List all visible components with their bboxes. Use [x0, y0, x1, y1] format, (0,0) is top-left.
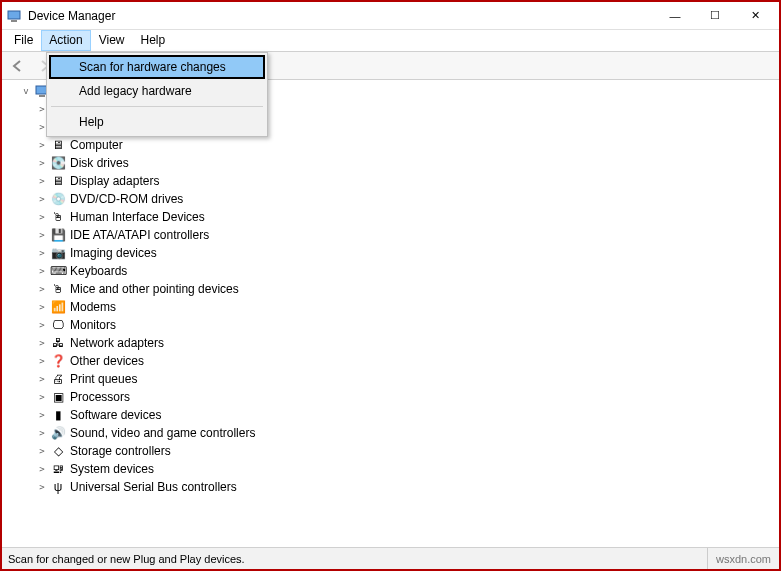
expander-icon[interactable]: >	[36, 140, 48, 150]
expander-icon[interactable]: >	[36, 338, 48, 348]
other-icon: ❓	[50, 353, 66, 369]
expander-icon[interactable]: v	[20, 86, 32, 96]
cpu-icon: ▣	[50, 389, 66, 405]
tree-node[interactable]: >◇Storage controllers	[8, 442, 773, 460]
tree-node[interactable]: >🖵Monitors	[8, 316, 773, 334]
sound-icon: 🔊	[50, 425, 66, 441]
tree-node[interactable]: >🖨Print queues	[8, 370, 773, 388]
expander-icon[interactable]: >	[36, 392, 48, 402]
tree-node[interactable]: >💽Disk drives	[8, 154, 773, 172]
window-title: Device Manager	[28, 9, 115, 23]
expander-icon[interactable]: >	[36, 266, 48, 276]
dvd-icon: 💿	[50, 191, 66, 207]
print-icon: 🖨	[50, 371, 66, 387]
monitor-icon: 🖵	[50, 317, 66, 333]
menu-view[interactable]: View	[91, 30, 133, 51]
expander-icon[interactable]: >	[36, 194, 48, 204]
expander-icon[interactable]: >	[36, 176, 48, 186]
expander-icon[interactable]: >	[36, 410, 48, 420]
expander-icon[interactable]: >	[36, 230, 48, 240]
tree-node-label: Mice and other pointing devices	[70, 282, 239, 296]
tree-node-label: Computer	[70, 138, 123, 152]
tree-node-label: Imaging devices	[70, 246, 157, 260]
tree-node[interactable]: >❓Other devices	[8, 352, 773, 370]
menu-add-legacy[interactable]: Add legacy hardware	[49, 79, 265, 103]
expander-icon[interactable]: >	[36, 356, 48, 366]
hid-icon: 🖱	[50, 209, 66, 225]
tree-node-label: Software devices	[70, 408, 161, 422]
tree-node[interactable]: >ψUniversal Serial Bus controllers	[8, 478, 773, 496]
tree-node-label: Disk drives	[70, 156, 129, 170]
tree-node-label: IDE ATA/ATAPI controllers	[70, 228, 209, 242]
tree-node-label: DVD/CD-ROM drives	[70, 192, 183, 206]
storage-icon: ◇	[50, 443, 66, 459]
minimize-button[interactable]: —	[655, 2, 695, 30]
tree-node[interactable]: >💿DVD/CD-ROM drives	[8, 190, 773, 208]
close-button[interactable]: ✕	[735, 2, 775, 30]
tree-node[interactable]: >⌨Keyboards	[8, 262, 773, 280]
modem-icon: 📶	[50, 299, 66, 315]
usb-icon: ψ	[50, 479, 66, 495]
device-tree[interactable]: v >🔋Batteries>ᛒBluetooth>🖥Computer>💽Disk…	[8, 82, 773, 541]
expander-icon[interactable]: >	[36, 428, 48, 438]
expander-icon[interactable]: >	[36, 302, 48, 312]
tree-node-label: System devices	[70, 462, 154, 476]
titlebar: Device Manager — ☐ ✕	[2, 2, 779, 30]
tree-node-label: Sound, video and game controllers	[70, 426, 255, 440]
tree-node[interactable]: >🖳System devices	[8, 460, 773, 478]
computer-icon: 🖥	[50, 137, 66, 153]
menu-separator	[51, 106, 263, 107]
tree-node-label: Print queues	[70, 372, 137, 386]
tree-node-label: Other devices	[70, 354, 144, 368]
app-icon	[6, 8, 22, 24]
expander-icon[interactable]: >	[36, 464, 48, 474]
tree-node[interactable]: >▮Software devices	[8, 406, 773, 424]
tree-node[interactable]: >🖱Human Interface Devices	[8, 208, 773, 226]
tree-node[interactable]: >🖱Mice and other pointing devices	[8, 280, 773, 298]
network-icon: 🖧	[50, 335, 66, 351]
tree-node[interactable]: >🔊Sound, video and game controllers	[8, 424, 773, 442]
ide-icon: 💾	[50, 227, 66, 243]
menubar: File Action View Help	[2, 30, 779, 52]
menu-help-item[interactable]: Help	[49, 110, 265, 134]
tree-node-label: Display adapters	[70, 174, 159, 188]
keyboard-icon: ⌨	[50, 263, 66, 279]
menu-action[interactable]: Action	[41, 30, 90, 51]
expander-icon[interactable]: >	[36, 374, 48, 384]
mouse-icon: 🖱	[50, 281, 66, 297]
expander-icon[interactable]: >	[36, 446, 48, 456]
tree-node-label: Keyboards	[70, 264, 127, 278]
tree-node-label: Processors	[70, 390, 130, 404]
expander-icon[interactable]: >	[36, 212, 48, 222]
tree-node-label: Monitors	[70, 318, 116, 332]
tree-node-label: Network adapters	[70, 336, 164, 350]
expander-icon[interactable]: >	[36, 320, 48, 330]
back-button[interactable]	[6, 55, 30, 77]
menu-help[interactable]: Help	[133, 30, 174, 51]
disk-icon: 💽	[50, 155, 66, 171]
maximize-button[interactable]: ☐	[695, 2, 735, 30]
tree-node[interactable]: >🖥Display adapters	[8, 172, 773, 190]
expander-icon[interactable]: >	[36, 248, 48, 258]
system-icon: 🖳	[50, 461, 66, 477]
svg-rect-3	[39, 95, 45, 97]
svg-rect-0	[8, 11, 20, 19]
expander-icon[interactable]: >	[36, 284, 48, 294]
tree-node-label: Universal Serial Bus controllers	[70, 480, 237, 494]
tree-node[interactable]: >🖥Computer	[8, 136, 773, 154]
menu-scan-hardware[interactable]: Scan for hardware changes	[49, 55, 265, 79]
tree-node[interactable]: >📷Imaging devices	[8, 244, 773, 262]
tree-node[interactable]: >💾IDE ATA/ATAPI controllers	[8, 226, 773, 244]
expander-icon[interactable]: >	[36, 482, 48, 492]
status-text: Scan for changed or new Plug and Play de…	[2, 553, 707, 565]
statusbar: Scan for changed or new Plug and Play de…	[2, 547, 779, 569]
tree-node[interactable]: >🖧Network adapters	[8, 334, 773, 352]
status-right: wsxdn.com	[707, 548, 779, 569]
menu-file[interactable]: File	[6, 30, 41, 51]
tree-node[interactable]: >▣Processors	[8, 388, 773, 406]
expander-icon[interactable]: >	[36, 158, 48, 168]
tree-node-label: Modems	[70, 300, 116, 314]
display-icon: 🖥	[50, 173, 66, 189]
tree-node[interactable]: >📶Modems	[8, 298, 773, 316]
svg-rect-1	[11, 20, 17, 22]
